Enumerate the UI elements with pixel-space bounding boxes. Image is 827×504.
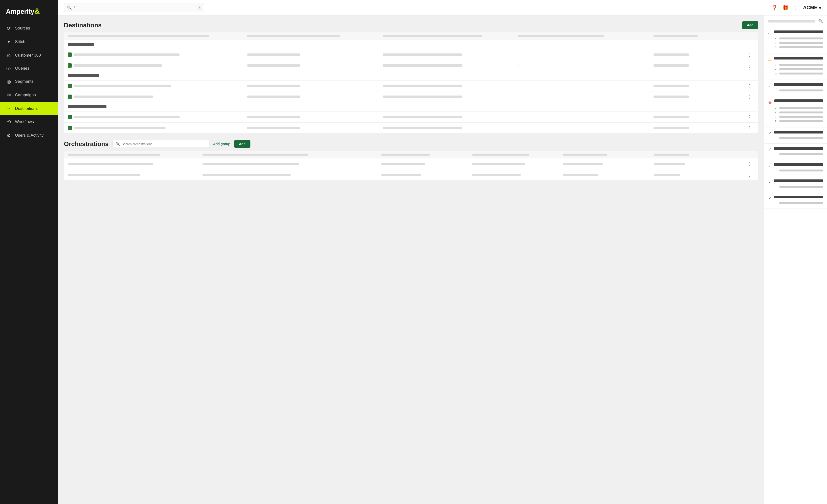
- rp-item-title: [774, 147, 823, 150]
- right-panel-search-icon[interactable]: 🔍: [818, 19, 823, 23]
- rp-sub-lines: [775, 90, 823, 91]
- rp-item-title: [774, 196, 823, 198]
- rp-sub-placeholder: [779, 120, 823, 122]
- table-row: - ⋮: [64, 91, 758, 102]
- table-row: - ⋮: [64, 60, 758, 71]
- check-icon: ✓: [775, 111, 778, 114]
- row-more-menu[interactable]: ⋮: [745, 83, 755, 89]
- orch-col-header: [472, 154, 529, 156]
- rp-sub-placeholder: [779, 68, 823, 70]
- cell-dash: -: [518, 64, 650, 67]
- rp-item-header: ✓: [768, 196, 823, 200]
- add-group-button[interactable]: Add group: [213, 142, 230, 146]
- rp-item-title: [774, 131, 823, 134]
- sidebar-item-label: Segments: [15, 79, 34, 84]
- orchestrations-search[interactable]: 🔍: [112, 140, 209, 148]
- orch-col-header: [563, 154, 607, 156]
- row-more-menu[interactable]: ⋮: [745, 94, 755, 100]
- rp-sub-line: [775, 202, 823, 204]
- search-input[interactable]: [74, 6, 196, 10]
- check-icon: ✓: [775, 106, 778, 110]
- check-icon: ✓: [768, 163, 771, 168]
- rp-sub-lines: ✓ ✓ ⚠: [775, 63, 823, 75]
- sidebar-item-campaigns[interactable]: ✉ Campaigns: [0, 88, 58, 102]
- cell-name: [68, 115, 244, 119]
- table-row: - ⋮: [64, 49, 758, 60]
- cell-name: [68, 63, 244, 68]
- rp-item-header: ⊕: [768, 99, 823, 105]
- sidebar-item-workflows[interactable]: ⟲ Workflows: [0, 115, 58, 129]
- check-icon: ✓: [775, 115, 778, 118]
- col-header-name: [68, 35, 209, 37]
- file-icon: [68, 52, 71, 57]
- rp-sub-line: ✗: [775, 119, 823, 123]
- orchestrations-add-button[interactable]: Add: [234, 140, 250, 148]
- sidebar-item-users-activity[interactable]: ⚙ Users & Activity: [0, 129, 58, 142]
- search-slash: /: [198, 6, 201, 10]
- sidebar-nav: ⟳ Sources ✦ Stitch ⊙ Customer 360 </> Qu…: [0, 21, 58, 504]
- help-icon[interactable]: ❓: [772, 5, 778, 11]
- check-icon: ✓: [775, 37, 778, 40]
- row-more-menu[interactable]: ⋮: [745, 63, 755, 68]
- group-label-row: [64, 40, 758, 49]
- rp-sub-placeholder: [779, 137, 823, 139]
- global-search[interactable]: 🔍 /: [64, 3, 204, 12]
- rp-sub-line: ✓: [775, 106, 823, 110]
- right-panel-header: 🔍: [764, 15, 827, 27]
- orchestrations-table: ⋮ ⋮: [64, 151, 758, 180]
- rp-sub-line: ✓: [775, 115, 823, 118]
- table-row: - ⋮: [64, 122, 758, 133]
- cell-placeholder: [247, 64, 300, 67]
- cell-placeholder: [383, 85, 463, 87]
- rp-sub-placeholder: [779, 111, 823, 113]
- gift-icon[interactable]: 🎁: [782, 5, 788, 11]
- orch-row-more-menu[interactable]: ⋮: [745, 172, 755, 178]
- check-icon: ✓: [768, 84, 771, 88]
- segments-icon: ◎: [6, 79, 12, 85]
- cell-dash: -: [518, 95, 650, 99]
- search-icon: 🔍: [67, 5, 72, 10]
- col-header-dots: [745, 35, 755, 37]
- orch-search-input[interactable]: [122, 142, 206, 146]
- orch-row-more-menu[interactable]: ⋮: [745, 161, 755, 167]
- row-more-menu[interactable]: ⋮: [745, 52, 755, 58]
- check-icon: ✓: [768, 196, 771, 200]
- campaigns-icon: ✉: [6, 92, 12, 98]
- cell-placeholder: [653, 85, 689, 87]
- sidebar-item-destinations[interactable]: → Destinations: [0, 102, 58, 115]
- orch-col-header: [654, 154, 689, 156]
- row-more-menu[interactable]: ⋮: [745, 114, 755, 120]
- more-menu-icon[interactable]: ⋮: [793, 5, 798, 11]
- sidebar-item-stitch[interactable]: ✦ Stitch: [0, 35, 58, 49]
- check-icon: ✓: [775, 41, 778, 45]
- table-header-row: [64, 33, 758, 40]
- sidebar-item-customer360[interactable]: ⊙ Customer 360: [0, 49, 58, 62]
- row-more-menu[interactable]: ⋮: [745, 125, 755, 131]
- rp-sub-line: ⚠: [775, 72, 823, 75]
- rp-sub-line: [775, 186, 823, 188]
- cell-placeholder: [383, 64, 463, 67]
- rp-sub-placeholder: [779, 90, 823, 91]
- workspace-selector[interactable]: ACME ▾: [803, 5, 821, 11]
- cell-name: [68, 126, 244, 130]
- group-label-1: [68, 43, 94, 46]
- destinations-add-button[interactable]: Add: [742, 21, 758, 29]
- cell-placeholder: [383, 127, 463, 129]
- cell-placeholder: [247, 116, 300, 118]
- rp-sub-placeholder: [779, 38, 823, 39]
- cell-placeholder: [74, 116, 180, 118]
- sidebar-item-segments[interactable]: ◎ Segments: [0, 75, 58, 88]
- add-icon: ⊕: [768, 100, 772, 105]
- rp-item-header: ◌: [768, 31, 823, 35]
- orch-header-row: [64, 151, 758, 158]
- sidebar-item-queries[interactable]: </> Queries: [0, 62, 58, 75]
- cell-dash: -: [518, 126, 650, 130]
- rp-item: ✓: [764, 128, 827, 144]
- rp-sub-line: ✓: [775, 111, 823, 114]
- file-icon: [68, 84, 71, 88]
- rp-item-title: [774, 163, 823, 166]
- sidebar-item-label: Workflows: [15, 119, 34, 124]
- rp-sub-placeholder: [779, 186, 823, 188]
- orch-cell: [654, 163, 685, 165]
- sidebar-item-sources[interactable]: ⟳ Sources: [0, 21, 58, 35]
